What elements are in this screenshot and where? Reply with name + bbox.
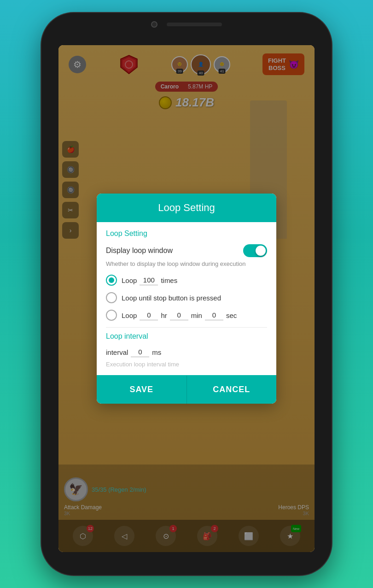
camera — [151, 21, 157, 28]
interval-unit: ms — [152, 348, 161, 356]
loop-sec-input[interactable] — [205, 310, 223, 320]
display-loop-window-label: Display loop window — [106, 247, 173, 255]
interval-input[interactable] — [131, 347, 149, 357]
hr-unit: hr — [161, 312, 167, 319]
loop-times-unit: times — [161, 276, 177, 284]
loop-times-prefix: Loop — [122, 276, 137, 284]
loop-times-input[interactable] — [140, 275, 158, 285]
loop-duration-label: Loop hr min sec — [122, 310, 237, 320]
divider — [106, 327, 267, 328]
modal-footer: SAVE CANCEL — [97, 375, 276, 404]
loop-duration-radio[interactable] — [106, 310, 117, 321]
sec-unit: sec — [226, 312, 237, 319]
loop-duration-prefix: Loop — [122, 312, 137, 319]
loop-times-radio-row: Loop times — [106, 275, 267, 286]
interval-description: Execution loop interval time — [106, 361, 267, 368]
display-loop-description: Whether to display the loop window durin… — [106, 260, 267, 268]
display-loop-window-toggle[interactable] — [243, 244, 267, 257]
loop-setting-section-title: Loop Setting — [106, 229, 267, 238]
save-button[interactable]: SAVE — [97, 376, 187, 404]
speaker — [167, 23, 222, 26]
loop-hr-input[interactable] — [140, 310, 158, 320]
loop-interval-section-title: Loop interval — [106, 332, 267, 341]
loop-until-stop-label: Loop until stop button is pressed — [122, 294, 221, 302]
phone-top-bar — [41, 21, 332, 28]
loop-setting-modal: Loop Setting Loop Setting Display loop w… — [97, 194, 276, 404]
phone-frame: ⚙ 😊 39 👤 — [41, 13, 332, 575]
loop-min-input[interactable] — [170, 310, 188, 320]
modal-overlay: Loop Setting Loop Setting Display loop w… — [58, 45, 315, 552]
display-loop-window-row: Display loop window — [106, 244, 267, 257]
loop-times-label: Loop times — [122, 275, 177, 285]
min-unit: min — [191, 312, 202, 319]
modal-body: Loop Setting Display loop window Whether… — [97, 222, 276, 375]
interval-row: interval ms — [106, 347, 267, 357]
interval-prefix: interval — [106, 348, 128, 356]
modal-header: Loop Setting — [97, 194, 276, 222]
modal-title: Loop Setting — [158, 202, 215, 213]
loop-until-stop-radio-row: Loop until stop button is pressed — [106, 292, 267, 303]
loop-duration-radio-row: Loop hr min sec — [106, 310, 267, 321]
screen: ⚙ 😊 39 👤 — [58, 45, 315, 552]
loop-until-stop-radio[interactable] — [106, 292, 117, 303]
loop-times-radio[interactable] — [106, 275, 117, 286]
cancel-button[interactable]: CANCEL — [187, 376, 277, 404]
